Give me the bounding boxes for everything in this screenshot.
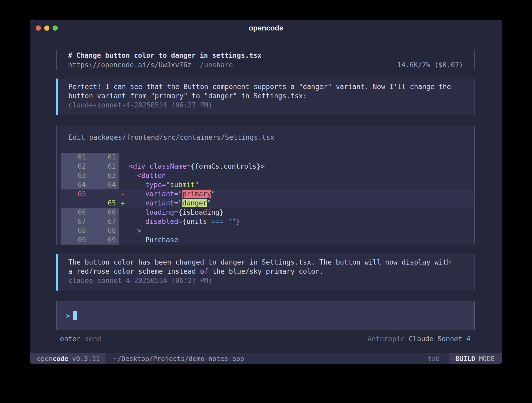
diff-row: 65+ variant="danger": [61, 199, 474, 208]
diff-new-line-number: 68: [90, 226, 119, 235]
assistant-message: The button color has been changed to dan…: [56, 254, 475, 291]
assistant-message: Perfect! I can see that the Button compo…: [56, 79, 475, 115]
enter-key-hint: enter: [60, 335, 80, 343]
app-version: v0.3.11: [72, 355, 100, 363]
message-text-line: The button color has been changed to dan…: [68, 258, 463, 267]
minimize-button[interactable]: [44, 25, 49, 31]
edit-tool-block: Edit packages/frontend/src/containers/Se…: [56, 126, 475, 245]
diff-new-line-number: 61: [90, 153, 119, 162]
diff-row: 6464 type="submit": [61, 180, 474, 189]
diff-row: 6666 loading={isLoading}: [61, 208, 474, 217]
diff-old-line-number: 69: [61, 235, 90, 245]
working-directory: ~/Desktop/Projects/demo-notes-app: [114, 355, 244, 363]
diff-code-line: <div className={formCs.controls}>: [119, 162, 474, 171]
mode-name-rest: MODE: [479, 355, 495, 363]
diff-new-line-number: [90, 189, 119, 199]
diff-row: 6767 disabled={units === ""}: [61, 217, 474, 226]
main-content: # Change button color to danger in setti…: [56, 50, 475, 343]
message-text-line: Perfect! I can see that the Button compo…: [68, 82, 463, 91]
edit-tool-header: Edit packages/frontend/src/containers/Se…: [69, 133, 474, 142]
diff-code-line: + variant="danger": [119, 199, 474, 208]
message-model-timestamp: claude-sonnet-4-20250514 (06:27 PM): [68, 276, 463, 285]
diff-code-line: <Button: [119, 171, 474, 180]
diff-old-line-number: 68: [61, 226, 90, 235]
diff-marker: -: [121, 190, 125, 198]
close-button[interactable]: [36, 25, 41, 31]
diff-new-line-number: 65: [90, 199, 119, 208]
diff-new-line-number: 62: [90, 162, 119, 171]
token-usage: 14.6K/7% ($0.07): [397, 60, 463, 70]
app-name-normal: open: [37, 355, 53, 363]
session-subheader: https://opencode.ai/s/UwJxv76z /unshare …: [68, 60, 463, 70]
diff-row: 65- variant="primary": [61, 189, 474, 199]
titlebar: opencode: [30, 20, 502, 36]
zoom-button[interactable]: [53, 25, 58, 31]
model-label: Claude Sonnet 4: [409, 335, 470, 343]
diff-code-line: Purchase: [119, 235, 474, 245]
diff-code-line: disabled={units === ""}: [119, 217, 474, 226]
diff-old-line-number: 61: [61, 153, 90, 162]
app-version-chip: opencode v0.3.11: [30, 353, 106, 364]
prompt-symbol: >: [66, 312, 70, 320]
diff-row: 6969 Purchase: [61, 235, 474, 245]
diff-old-line-number: 66: [61, 208, 90, 217]
diff-marker: +: [121, 199, 125, 207]
session-title: # Change button color to danger in setti…: [68, 51, 463, 60]
share-url: https://opencode.ai/s/UwJxv76z: [68, 60, 192, 70]
diff-new-line-number: 66: [90, 208, 119, 217]
diff-old-line-number: 67: [61, 217, 90, 226]
diff-code-line: >: [119, 226, 474, 235]
diff-new-line-number: 69: [90, 235, 119, 245]
diff-old-line-number: [61, 199, 90, 208]
status-bar: opencode v0.3.11 ~/Desktop/Projects/demo…: [30, 353, 502, 364]
message-text-line: a red/rose color scheme instead of the b…: [68, 267, 463, 276]
build-mode-chip[interactable]: BUILD MODE: [449, 353, 502, 364]
diff-old-line-number: 62: [61, 162, 90, 171]
diff-code-line: loading={isLoading}: [119, 208, 474, 217]
session-header: # Change button color to danger in setti…: [56, 50, 475, 70]
diff-code-line: - variant="primary": [119, 189, 474, 199]
traffic-lights: [36, 20, 58, 36]
send-action-hint: send: [85, 335, 101, 343]
window-title: opencode: [249, 24, 283, 32]
diff-old-line-number: 63: [61, 171, 90, 180]
diff-row: 6363 <Button: [61, 171, 474, 180]
diff-row: 6262 <div className={formCs.controls}>: [61, 162, 474, 171]
diff-old-line-number: 65: [61, 189, 90, 199]
app-name-bold: code: [53, 355, 68, 363]
input-footer: enter send Anthropic Claude Sonnet 4: [56, 334, 475, 343]
diff-code-line: type="submit": [119, 180, 474, 189]
diff-old-line-number: 64: [61, 180, 90, 189]
diff-new-line-number: 64: [90, 180, 119, 189]
diff-table: 61616262 <div className={formCs.controls…: [61, 153, 474, 245]
prompt-input[interactable]: >: [56, 301, 475, 330]
provider-label: Anthropic: [367, 335, 405, 343]
mode-name-bold: BUILD: [456, 355, 475, 363]
diff-row: 6868 >: [61, 226, 474, 235]
diff-row: 6161: [61, 153, 474, 162]
message-text-line: button variant from "primary" to "danger…: [68, 91, 463, 101]
unshare-command: /unshare: [200, 60, 233, 70]
diff-new-line-number: 63: [90, 171, 119, 180]
diff-code-line: [119, 153, 474, 162]
message-model-timestamp: claude-sonnet-4-20250514 (06:27 PM): [68, 101, 463, 110]
tab-key-hint[interactable]: tab: [428, 355, 439, 363]
text-cursor: [73, 311, 77, 320]
diff-new-line-number: 67: [90, 217, 119, 226]
opencode-window: opencode # Change button color to danger…: [30, 20, 502, 364]
